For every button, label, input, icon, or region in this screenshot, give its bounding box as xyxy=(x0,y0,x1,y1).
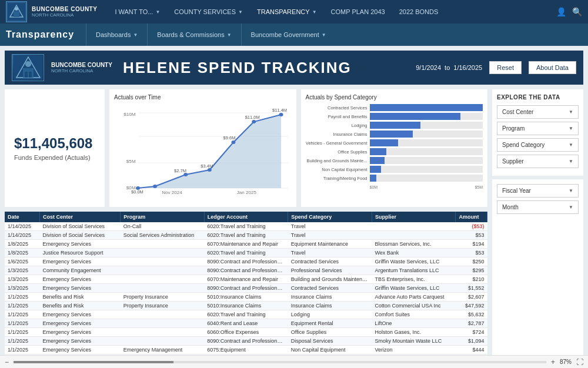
bar-track-7 xyxy=(370,166,483,173)
bar-fill-7 xyxy=(370,166,381,173)
bar-track-8 xyxy=(370,175,483,182)
sub-nav-boards[interactable]: Boards & Commissions ▼ xyxy=(147,24,240,46)
table-wrapper[interactable]: Date Cost Center Program Ledger Account … xyxy=(5,212,487,363)
fullscreen-icon[interactable]: ⛶ xyxy=(576,358,583,366)
profile-icon[interactable]: 👤 xyxy=(556,7,566,16)
bar-row-2: Lodging xyxy=(306,122,483,129)
table-row[interactable]: 1/1/2025Benefits and RiskProperty Insura… xyxy=(5,293,487,302)
bar-track-0 xyxy=(370,104,483,111)
logo-text: BUNCOMBE COUNTY NORTH CAROLINA xyxy=(32,6,97,18)
svg-text:$10M: $10M xyxy=(123,112,135,117)
total-label: Funds Expended (Actuals) xyxy=(14,154,95,161)
bar-fill-8 xyxy=(370,175,377,182)
banner-logo-text: BUNCOMBE COUNTY NORTH CAROLINA xyxy=(51,62,116,73)
bar-row-6: Building and Grounds Mainte... xyxy=(306,157,483,164)
svg-text:$3.4M: $3.4M xyxy=(201,164,213,168)
logo-subtitle: NORTH CAROLINA xyxy=(32,12,97,18)
col-date[interactable]: Date xyxy=(5,212,39,222)
svg-text:$11.0M: $11.0M xyxy=(245,115,260,119)
table-row[interactable]: 1/14/2025Division of Social ServicesSoci… xyxy=(5,231,487,240)
nav-arrow-2: ▼ xyxy=(312,9,317,15)
table-row[interactable]: 1/3/2025Emergency Services8090:Contract … xyxy=(5,284,487,293)
col-cost-center[interactable]: Cost Center xyxy=(39,212,120,222)
table-row[interactable]: 1/3/2025Emergency Services6070:Maintenan… xyxy=(5,275,487,284)
sub-nav-brand: Transparency xyxy=(6,29,86,40)
bar-fill-4 xyxy=(370,139,398,146)
table-row[interactable]: 1/1/2025Emergency Services6040:Rent and … xyxy=(5,319,487,328)
col-program[interactable]: Program xyxy=(121,212,205,222)
table-row[interactable]: 1/1/2025Emergency Services6060:Office Ex… xyxy=(5,328,487,337)
col-ledger[interactable]: Ledger Account xyxy=(204,212,288,222)
county-logo xyxy=(6,1,27,22)
cost-center-arrow: ▼ xyxy=(569,109,573,115)
program-arrow: ▼ xyxy=(569,126,573,131)
month-filter[interactable]: Month ▼ xyxy=(497,200,579,214)
bar-label-4: Vehicles - General Government xyxy=(306,140,368,146)
supplier-filter[interactable]: Supplier ▼ xyxy=(497,155,579,168)
table-row[interactable]: 1/1/2025Emergency Services8090:Contract … xyxy=(5,337,487,346)
program-filter[interactable]: Program ▼ xyxy=(497,122,579,135)
spend-cat-arrow: ▼ xyxy=(569,142,573,148)
reset-button[interactable]: Reset xyxy=(489,61,522,74)
bar-label-1: Payroll and Benefits xyxy=(306,114,368,119)
nav-bonds[interactable]: 2022 BONDS xyxy=(393,0,445,24)
nav-arrow-0: ▼ xyxy=(155,9,160,15)
col-spend-cat[interactable]: Spend Category xyxy=(288,212,372,222)
zoom-out-button[interactable]: − xyxy=(5,358,9,366)
svg-text:Jan 2025: Jan 2025 xyxy=(237,190,256,195)
bar-track-6 xyxy=(370,157,483,164)
dashboards-arrow: ▼ xyxy=(133,32,138,38)
col-amount[interactable]: Amount xyxy=(456,212,487,222)
nav-county-services[interactable]: COUNTY SERVICES ▼ xyxy=(168,0,249,24)
bar-track-5 xyxy=(370,148,483,155)
bar-row-3: Insurance Claims xyxy=(306,131,483,138)
bar-track-3 xyxy=(370,131,483,138)
bar-row-0: Contracted Services xyxy=(306,104,483,111)
buncombe-arrow: ▼ xyxy=(322,32,326,38)
table-row[interactable]: 1/8/2025Emergency Services6070:Maintenan… xyxy=(5,240,487,249)
bar-chart-box: Actuals by Spend Category Contracted Ser… xyxy=(301,89,488,207)
cost-center-filter[interactable]: Cost Center ▼ xyxy=(497,105,579,119)
nav-i-want-to[interactable]: I WANT TO... ▼ xyxy=(109,0,166,24)
fiscal-year-filter[interactable]: Fiscal Year ▼ xyxy=(497,184,579,198)
zoom-track[interactable] xyxy=(14,361,546,363)
banner-title-suffix: SPEND TRACKING xyxy=(192,59,351,76)
nav-comp-plan[interactable]: COMP PLAN 2043 xyxy=(325,0,391,24)
search-icon[interactable]: 🔍 xyxy=(572,7,582,16)
svg-rect-6 xyxy=(23,68,34,78)
bar-label-5: Office Supplies xyxy=(306,149,368,155)
left-panel: $11,405,608 Funds Expended (Actuals) Act… xyxy=(5,89,487,363)
about-data-button[interactable]: About Data xyxy=(529,61,576,74)
bar-chart-title: Actuals by Spend Category xyxy=(306,94,483,101)
bar-fill-6 xyxy=(370,157,385,164)
bar-row-7: Non Capital Equipment xyxy=(306,166,483,173)
table-row[interactable]: 1/1/2025Emergency ServicesEmergency Mana… xyxy=(5,346,487,354)
sub-nav-dashboards[interactable]: Dashboards ▼ xyxy=(86,24,147,46)
bar-row-8: Training/Meeting Food xyxy=(306,175,483,182)
svg-point-19 xyxy=(153,185,157,188)
sub-nav-buncombe-gov[interactable]: Buncombe Government ▼ xyxy=(241,24,336,46)
spend-category-filter[interactable]: Spend Category ▼ xyxy=(497,138,579,152)
svg-point-3 xyxy=(15,7,18,11)
banner-logo-image xyxy=(12,54,44,81)
table-row[interactable]: 1/1/2025Benefits and RiskProperty Insura… xyxy=(5,302,487,310)
table-row[interactable]: 1/6/2025Emergency Services8090:Contract … xyxy=(5,257,487,266)
col-supplier[interactable]: Supplier xyxy=(372,212,456,222)
bar-fill-2 xyxy=(370,122,421,129)
bar-fill-5 xyxy=(370,148,387,155)
total-box: $11,405,608 Funds Expended (Actuals) xyxy=(5,89,105,207)
boards-arrow: ▼ xyxy=(227,32,232,38)
table-row[interactable]: 1/8/2025Justice Resource Support6020:Tra… xyxy=(5,249,487,257)
table-header-row: Date Cost Center Program Ledger Account … xyxy=(5,212,487,222)
bar-label-8: Training/Meeting Food xyxy=(306,176,368,181)
svg-point-24 xyxy=(279,113,283,116)
svg-point-7 xyxy=(25,61,31,67)
zoom-bar: − + 87% ⛶ xyxy=(0,355,588,368)
bar-row-1: Payroll and Benefits xyxy=(306,113,483,120)
logo-title: BUNCOMBE COUNTY xyxy=(32,6,97,12)
nav-transparency[interactable]: TRANSPARENCY ▼ xyxy=(251,0,323,24)
table-row[interactable]: 1/1/2025Emergency Services6020:Travel an… xyxy=(5,310,487,319)
zoom-in-button[interactable]: + xyxy=(551,358,555,366)
table-row[interactable]: 1/3/2025Community Engagement8090:Contrac… xyxy=(5,266,487,275)
table-row[interactable]: 1/14/2025Division of Social ServicesOn-C… xyxy=(5,222,487,231)
